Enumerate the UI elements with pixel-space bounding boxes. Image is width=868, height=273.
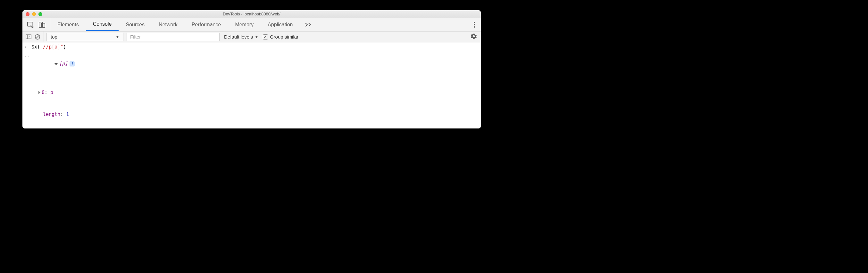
input-prompt-icon: › [24, 43, 31, 51]
console-input-echo: › $x("//p[a]") [23, 43, 481, 52]
filter-input[interactable] [127, 33, 220, 41]
devtools-window: DevTools - localhost:8080/web/ Elements … [23, 10, 481, 129]
svg-rect-3 [26, 35, 31, 39]
context-value: top [51, 34, 57, 39]
tab-network[interactable]: Network [152, 18, 185, 31]
input-expression[interactable]: $x("//p[a]") [31, 43, 66, 51]
tab-application[interactable]: Application [260, 18, 300, 31]
main-menu-button[interactable] [468, 18, 481, 31]
tabs-overflow-button[interactable] [300, 18, 317, 31]
device-toolbar-icon[interactable] [38, 21, 45, 28]
svg-line-6 [36, 35, 39, 38]
titlebar: DevTools - localhost:8080/web/ [23, 10, 481, 18]
tab-console[interactable]: Console [86, 18, 119, 31]
gear-icon [470, 33, 477, 39]
console-sidebar-toggle-icon[interactable] [26, 34, 31, 39]
tab-label: Sources [126, 22, 145, 28]
dropdown-arrow-icon: ▼ [116, 35, 119, 39]
console-log-area: › $x("//p[a]") ‹· [p]i 0: p length: 1 __… [23, 43, 481, 129]
tab-label: Memory [235, 22, 253, 28]
dropdown-arrow-icon: ▼ [255, 35, 258, 39]
info-badge-icon[interactable]: i [69, 61, 75, 66]
clear-console-icon[interactable] [35, 34, 40, 40]
chevron-double-right-icon [305, 23, 312, 27]
inspect-tools [23, 18, 50, 31]
tab-label: Network [159, 22, 178, 28]
tab-elements[interactable]: Elements [50, 18, 86, 31]
panel-tabbar: Elements Console Sources Network Perform… [23, 18, 481, 31]
tab-sources[interactable]: Sources [119, 18, 152, 31]
console-toolbar: top ▼ Default levels ▼ ✓ Group similar [23, 31, 481, 43]
console-output-row: ‹· [p]i 0: p length: 1 __proto__: Array(… [23, 52, 481, 129]
execution-context-select[interactable]: top ▼ [46, 33, 123, 41]
tree-item-index[interactable]: 0: p [38, 89, 97, 97]
svg-rect-2 [41, 23, 45, 27]
panel-tabs: Elements Console Sources Network Perform… [50, 18, 317, 31]
tree-item-length: length: 1 [38, 111, 97, 118]
group-similar-checkbox[interactable]: ✓ Group similar [263, 34, 299, 39]
svg-rect-0 [28, 22, 33, 26]
tab-label: Performance [192, 22, 221, 28]
output-header: [p] [59, 61, 68, 66]
group-similar-label: Group similar [270, 34, 299, 39]
disclosure-triangle-expanded-icon[interactable] [55, 63, 58, 65]
output-indicator-icon: ‹· [24, 53, 31, 129]
object-tree: 0: p length: 1 __proto__: Array(0) [31, 75, 97, 129]
disclosure-triangle-collapsed-icon[interactable] [38, 91, 40, 94]
tab-label: Console [93, 21, 112, 27]
tab-performance[interactable]: Performance [185, 18, 228, 31]
checkbox-checked-icon: ✓ [263, 34, 268, 39]
tab-memory[interactable]: Memory [228, 18, 260, 31]
tab-label: Elements [57, 22, 79, 28]
log-levels-select[interactable]: Default levels ▼ [224, 34, 258, 39]
levels-label: Default levels [224, 34, 253, 39]
console-settings-button[interactable] [470, 33, 477, 40]
tab-label: Application [268, 22, 292, 28]
output-object[interactable]: [p]i 0: p length: 1 __proto__: Array(0) [31, 53, 97, 129]
window-title: DevTools - localhost:8080/web/ [23, 11, 481, 17]
svg-rect-1 [39, 22, 43, 27]
kebab-icon [474, 22, 475, 28]
element-inspector-icon[interactable] [27, 21, 34, 28]
